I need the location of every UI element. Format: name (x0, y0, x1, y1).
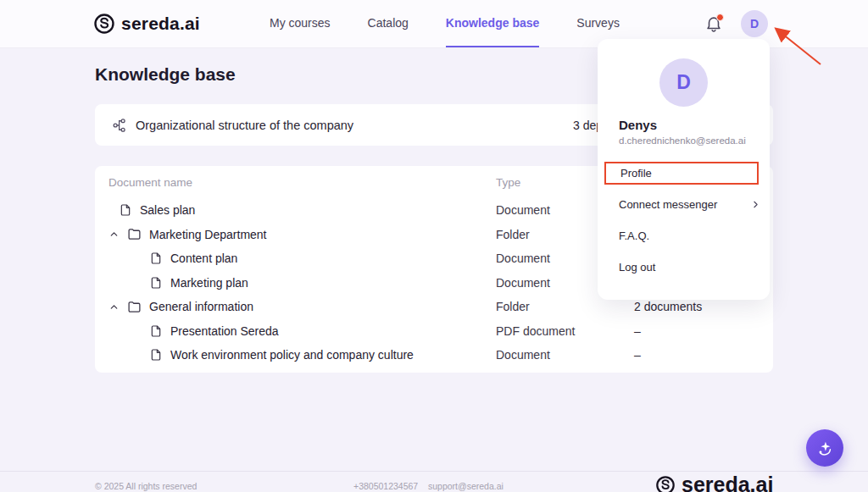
folder-name: Marketing Department (149, 228, 267, 241)
document-icon (149, 348, 163, 362)
menu-item-faq[interactable]: F.A.Q. (598, 224, 770, 247)
footer-logo: sereda.ai (655, 473, 773, 492)
footer-support-email[interactable]: support@sereda.ai (428, 481, 504, 491)
document-name: Marketing plan (170, 276, 248, 290)
document-name: Presentation Sereda (170, 324, 279, 338)
org-hierarchy-icon (112, 118, 127, 133)
document-type: Document (496, 252, 550, 265)
document-icon (119, 203, 132, 217)
profile-dropdown: D Denys d.cherednichenko@sereda.ai Profi… (598, 39, 770, 300)
table-row[interactable]: Work environment policy and company cult… (95, 343, 773, 368)
nav-label: Surveys (576, 16, 620, 30)
menu-item-profile[interactable]: Profile (604, 162, 759, 185)
menu-item-connect-messenger[interactable]: Connect messenger (598, 193, 770, 216)
document-icon (149, 252, 163, 265)
document-icon (149, 276, 163, 290)
nav-label: Catalog (368, 16, 409, 30)
brand-logo[interactable]: sereda.ai (93, 0, 200, 47)
brand-logo-text: sereda.ai (121, 14, 200, 34)
document-count: – (634, 324, 641, 338)
document-type: Folder (496, 300, 530, 313)
profile-name: Denys (619, 118, 770, 132)
nav-label: Knowledge base (446, 16, 539, 30)
sparkle-magic-icon (815, 439, 834, 457)
sereda-logo-icon (93, 13, 115, 35)
profile-avatar: D (659, 58, 708, 107)
org-structure-label: Organizational structure of the company (136, 119, 353, 132)
profile-email: d.cherednichenko@sereda.ai (619, 135, 770, 146)
notifications-bell-icon[interactable] (704, 14, 723, 33)
avatar-initial: D (750, 17, 759, 30)
folder-name: General information (149, 300, 253, 313)
menu-item-label: F.A.Q. (619, 229, 649, 242)
footer-divider (0, 471, 868, 472)
footer-copyright: © 2025 All rights reserved (95, 481, 197, 491)
sereda-logo-icon (655, 475, 676, 492)
menu-item-label: Profile (620, 167, 652, 180)
avatar-initial: D (676, 71, 691, 94)
footer-logo-text: sereda.ai (682, 473, 773, 492)
nav-catalog[interactable]: Catalog (368, 0, 409, 47)
document-count: 2 documents (634, 300, 702, 313)
profile-menu-list: Profile Connect messenger F.A.Q. Log out (598, 162, 770, 279)
folder-icon (127, 300, 142, 314)
nav-my-courses[interactable]: My courses (270, 0, 331, 47)
notification-dot (716, 14, 724, 21)
user-avatar[interactable]: D (741, 10, 768, 37)
document-type: Document (496, 348, 550, 362)
page-title: Knowledge base (95, 64, 236, 85)
footer-phone[interactable]: +380501234567 (353, 481, 418, 491)
column-header-type: Type (496, 176, 520, 189)
app-window: sereda.ai My courses Catalog Knowledge b… (0, 0, 868, 492)
chevron-up-icon[interactable] (108, 301, 120, 312)
document-name: Sales plan (140, 203, 195, 217)
document-name: Work environment policy and company cult… (170, 348, 414, 362)
main-nav: My courses Catalog Knowledge base Survey… (270, 0, 620, 47)
document-count: – (634, 348, 641, 362)
ai-assistant-fab[interactable] (806, 429, 843, 467)
column-header-name: Document name (108, 176, 192, 189)
document-icon (149, 324, 163, 338)
document-type: Document (496, 203, 550, 217)
nav-label: My courses (270, 16, 331, 30)
document-name: Content plan (170, 252, 237, 265)
chevron-right-icon (750, 199, 761, 210)
menu-item-label: Log out (619, 261, 655, 274)
document-type: Document (496, 276, 550, 290)
nav-knowledge-base[interactable]: Knowledge base (446, 0, 539, 47)
chevron-up-icon[interactable] (108, 229, 120, 240)
menu-item-label: Connect messenger (619, 198, 717, 211)
table-row[interactable]: Presentation Sereda PDF document – (95, 319, 773, 344)
menu-item-log-out[interactable]: Log out (598, 256, 770, 279)
document-type: PDF document (496, 324, 575, 338)
folder-icon (127, 227, 142, 241)
document-type: Folder (496, 228, 530, 241)
